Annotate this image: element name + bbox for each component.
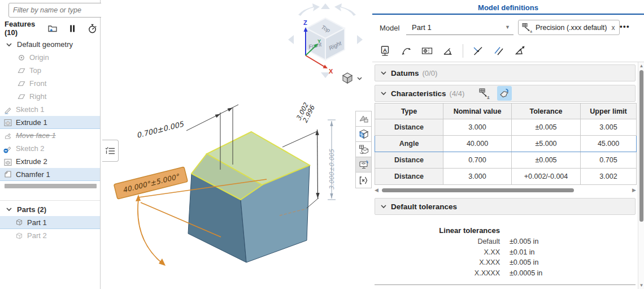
angle-dimension-tool-button[interactable] (441, 44, 455, 58)
feature-item-default-geometry[interactable]: Default geometry (0, 38, 100, 51)
parts-divider (0, 200, 100, 201)
cell-nominal[interactable]: 3.000 (443, 119, 512, 136)
default-tolerances-section-header[interactable]: Default tolerances (375, 198, 636, 215)
parts-header[interactable]: Parts (2) (0, 202, 100, 216)
feature-item-sketch-1[interactable]: Sketch 1 (0, 103, 100, 116)
feature-item-origin[interactable]: Origin (0, 51, 100, 64)
new-folder-icon[interactable] (47, 23, 58, 33)
linear-tolerances-block: Linear tolerances Default ±0.005 in X.XX… (372, 225, 598, 278)
model-row: Model Part 1 ▼ ± Precision (.xxx default… (372, 18, 644, 40)
tolerance-row-xxx: X.XXX ±0.005 in (372, 257, 598, 268)
chip-remove-button[interactable]: x (611, 24, 615, 32)
panel-vertical-scrollbar[interactable]: ▲ ▼ (638, 62, 644, 289)
cell-tolerance[interactable]: +0.002/-0.004 (512, 169, 581, 185)
feature-item-chamfer-1[interactable]: Chamfer 1 (0, 168, 100, 181)
filter-input[interactable] (8, 3, 110, 18)
chevron-down-icon (380, 69, 388, 77)
column-header-upper-limit[interactable]: Upper limit (581, 103, 637, 119)
display-on-screen-button[interactable] (356, 157, 371, 172)
scroll-right-arrow-icon[interactable]: ▶ (632, 187, 636, 193)
cell-upper-limit[interactable]: 0.705 (581, 152, 637, 169)
feature-item-extrude-2[interactable]: Extrude 2 (0, 155, 100, 168)
view-options-button[interactable] (341, 71, 362, 85)
chevron-down-icon[interactable] (5, 205, 14, 214)
scroll-down-arrow-icon[interactable]: ▼ (638, 283, 644, 288)
dim-label-chamfer-width[interactable]: 0.700±0.005 (136, 120, 185, 140)
table-row[interactable]: Distance 3.000 ±0.005 3.005 (375, 119, 637, 136)
column-header-nominal[interactable]: Nominal value (443, 103, 512, 119)
part-item-part-1[interactable]: Part 1 (0, 216, 100, 229)
column-header-tolerance[interactable]: Tolerance (512, 103, 581, 119)
cell-nominal[interactable]: 3.000 (443, 169, 512, 185)
cell-tolerance[interactable]: ±5.000 (512, 136, 581, 152)
pause-icon[interactable] (67, 23, 77, 33)
scroll-up-arrow-icon[interactable]: ▲ (638, 63, 644, 68)
part-item-part-2[interactable]: Part 2 (0, 229, 100, 242)
horizontal-scroll-thumb[interactable] (382, 188, 574, 192)
tolerance-row-default: Default ±0.005 in (372, 236, 598, 247)
cell-type[interactable]: Distance (375, 119, 443, 136)
intersection-tool-button[interactable] (471, 44, 485, 58)
table-row[interactable]: Distance 3.000 +0.002/-0.004 3.002 (375, 169, 637, 185)
cell-tolerance[interactable]: ±0.005 (512, 152, 581, 169)
curve-dimension-tool-button[interactable] (399, 44, 414, 58)
cell-upper-limit[interactable]: 3.002 (581, 169, 637, 185)
direction-tool-button[interactable] (512, 44, 527, 58)
chevron-down-icon[interactable] (5, 40, 14, 49)
cell-type[interactable]: Distance (375, 152, 443, 169)
cell-upper-limit[interactable]: 45.000 (581, 136, 637, 152)
scroll-left-arrow-icon[interactable]: ◀ (375, 187, 378, 193)
precision-chip[interactable]: ± Precision (.xxx default) x (518, 20, 620, 35)
feature-item-top-plane[interactable]: Top (0, 64, 100, 77)
cube-grid-icon (358, 128, 369, 140)
feature-item-move-face-1[interactable]: Move face 1 (0, 129, 100, 142)
cell-upper-limit[interactable]: 3.005 (581, 119, 637, 136)
extrude-icon (3, 157, 12, 166)
parallel-lines-icon (493, 45, 505, 57)
rollback-bar[interactable] (5, 184, 97, 188)
sketch-pencil-icon (3, 105, 12, 114)
angle-dimension-tag[interactable]: 40.000°±5.000° (114, 167, 188, 199)
table-row[interactable]: Distance 0.700 ±0.005 0.705 (375, 152, 637, 169)
cell-nominal[interactable]: 0.700 (443, 152, 512, 169)
feature-list-toggle-button[interactable] (102, 140, 119, 162)
feature-item-front-plane[interactable]: Front (0, 77, 100, 90)
expression-view-button[interactable] (356, 172, 371, 188)
cube-grid-display-button[interactable] (356, 127, 371, 142)
cell-tolerance[interactable]: ±0.005 (512, 119, 581, 136)
dimension-nominal-height[interactable]: 3.000±0.005 (328, 120, 336, 200)
add-dimension-characteristic-button[interactable]: ± (477, 86, 491, 101)
model-select-dropdown[interactable]: Part 1 ▼ (406, 20, 514, 35)
select-from-model-button[interactable] (497, 86, 512, 101)
feature-item-extrude-1[interactable]: Extrude 1 (0, 116, 100, 129)
overflow-menu-button[interactable]: ••• (620, 22, 630, 31)
part-select-icon (498, 87, 511, 100)
characteristics-section-header[interactable]: Characteristics (4/4) ± (375, 85, 636, 102)
table-horizontal-scrollbar[interactable]: ◀ ▶ (375, 187, 636, 193)
feature-control-frame-tool-button[interactable] (420, 44, 434, 58)
datums-section-header[interactable]: Datums (0/0) (375, 64, 636, 81)
view-cube-body[interactable]: Top Front Right (306, 18, 345, 60)
datum-label-icon: A (379, 45, 391, 57)
cell-type[interactable]: Angle (375, 136, 443, 152)
chevron-down-icon: ▼ (505, 24, 514, 30)
cell-type[interactable]: Distance (375, 169, 443, 185)
datum-display-button[interactable] (356, 111, 371, 127)
part-model[interactable] (188, 132, 310, 262)
parallel-tool-button[interactable] (491, 44, 506, 58)
table-row-selected[interactable]: Angle 40.000 ±5.000 45.000 (375, 136, 637, 152)
stopwatch-icon[interactable] (87, 23, 98, 34)
feature-item-sketch-2[interactable]: Sketch 2 (0, 142, 100, 155)
dim-label-height-nominal[interactable]: 3.000±0.005 (328, 149, 336, 190)
view-options-cube-icon (341, 71, 354, 85)
cell-nominal[interactable]: 40.000 (443, 136, 512, 152)
vertical-scroll-thumb[interactable] (639, 70, 643, 222)
feature-control-frame-icon (421, 45, 433, 57)
extrude-icon (3, 118, 12, 127)
column-header-type[interactable]: Type (375, 103, 443, 119)
datum-label-tool-button[interactable]: A (378, 44, 393, 58)
feature-item-right-plane[interactable]: Right (0, 90, 100, 103)
cube-table-rotate-button[interactable] (356, 142, 371, 157)
tolerance-row-xx: X.XX ±0.01 in (372, 247, 598, 258)
graphics-viewport[interactable]: 0.700±0.005 3.002 2.996 3.000 (101, 0, 372, 289)
